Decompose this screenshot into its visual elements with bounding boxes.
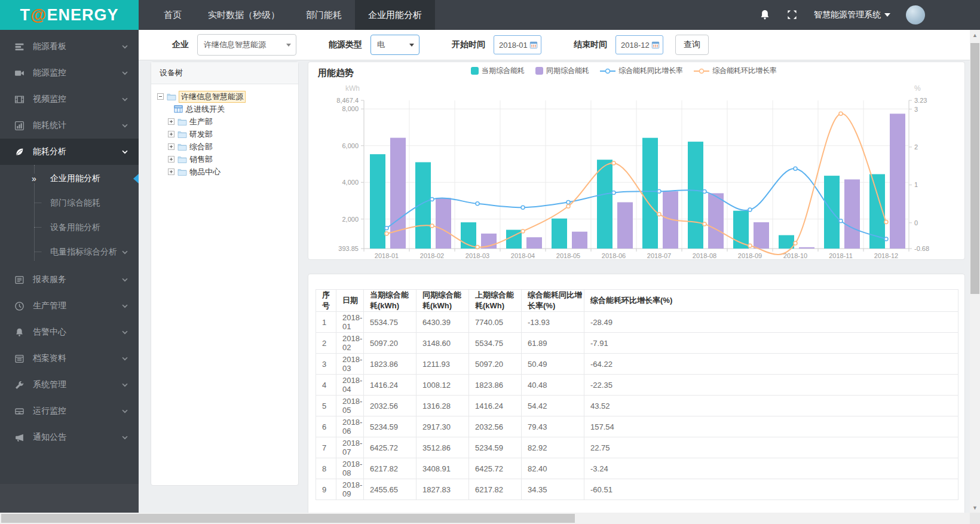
energy-type-select[interactable]: 电 [370, 35, 419, 55]
table-row[interactable]: 22018-025097.203148.605534.7561.89-7.91 [316, 333, 958, 354]
table-row[interactable]: 32018-031823.861211.935097.2050.49-64.22 [316, 354, 958, 375]
end-time-input[interactable]: 2018-12 [615, 35, 663, 54]
nav-tab[interactable]: 企业用能分析 [355, 0, 435, 30]
vertical-scrollbar[interactable]: ▲ ▼ [970, 30, 980, 513]
chevron-down-icon [121, 69, 129, 77]
filter-bar: 企业 许继信息智慧能源 能源类型 电 开始时间 2018-01 结束时间 201… [139, 30, 970, 60]
sidebar-subitem[interactable]: 部门综合能耗 [0, 191, 139, 215]
tree-node-folder[interactable]: 物品中心 [168, 166, 295, 178]
sidebar-item[interactable]: 能耗分析 [0, 139, 139, 165]
sidebar-item[interactable]: 能源监控 [0, 60, 139, 86]
table-cell: 1827.83 [416, 479, 469, 500]
vertical-scrollbar-thumb[interactable] [970, 43, 979, 294]
sidebar-subitem[interactable]: 电量指标综合分析 [0, 240, 139, 264]
sidebar-item[interactable]: 系统管理 [0, 372, 139, 398]
table-row[interactable]: 42018-041416.241008.121823.8640.48-22.35 [316, 375, 958, 396]
tree-device-label[interactable]: 总进线开关 [186, 104, 225, 115]
tree-root-label[interactable]: 许继信息智慧能源 [179, 91, 246, 103]
sidebar-item[interactable]: 能耗统计 [0, 112, 139, 139]
svg-text:1: 1 [914, 181, 918, 188]
calendar-icon[interactable] [529, 41, 538, 49]
device-tree: 许继信息智慧能源 总进线开关 生产部研发部综合部销售部物品中心 [151, 84, 298, 178]
table-row[interactable]: 82018-086217.823408.916425.7282.40-3.24 [316, 458, 958, 479]
sidebar-subitem[interactable]: »企业用能分析 [0, 166, 139, 191]
sidebar-item[interactable]: 档案资料 [0, 345, 139, 372]
scroll-up-icon[interactable]: ▲ [970, 30, 980, 40]
table-row[interactable]: 92018-092455.651827.836217.8234.35-60.51 [316, 479, 958, 500]
sidebar-item[interactable]: 视频监控 [0, 86, 139, 112]
legend-swatch [471, 67, 479, 75]
expand-box-icon[interactable] [168, 156, 174, 163]
table-row[interactable]: 72018-076425.723512.865234.5982.9222.75 [316, 437, 958, 458]
table-cell: 3 [316, 354, 336, 375]
folder-icon [177, 155, 187, 164]
svg-text:2018-11: 2018-11 [829, 252, 853, 259]
chart-legend: 当期综合能耗同期综合能耗综合能耗同比增长率综合能耗环比增长率 [471, 66, 777, 76]
tree-folder-label[interactable]: 物品中心 [189, 167, 220, 177]
select-caret-icon [286, 44, 291, 47]
chart-point [612, 161, 615, 165]
horizontal-scrollbar[interactable] [0, 513, 970, 524]
table-row[interactable]: 62018-065234.592917.302032.5679.43157.54 [316, 416, 958, 437]
sidebar-item[interactable]: 能源看板 [0, 33, 139, 60]
table-cell: 7 [316, 437, 336, 458]
tree-folder-label[interactable]: 研发部 [189, 129, 213, 140]
expand-box-icon[interactable] [168, 118, 174, 125]
nav-tab[interactable]: 首页 [151, 0, 195, 30]
svg-text:393.85: 393.85 [338, 245, 359, 252]
tree-node-folder[interactable]: 销售部 [168, 153, 295, 166]
sidebar-subitem[interactable]: 设备用能分析 [0, 215, 139, 240]
drive-icon [14, 406, 24, 416]
chart-point [612, 191, 615, 195]
calendar-icon[interactable] [651, 41, 660, 49]
sidebar-item[interactable]: 运行监控 [0, 398, 139, 424]
table-cell: -28.49 [584, 312, 958, 333]
tree-folder-label[interactable]: 综合部 [189, 142, 213, 152]
table-row[interactable]: 52018-052032.561316.281416.2454.4243.52 [316, 396, 958, 416]
table-cell: 1008.12 [416, 375, 469, 396]
table-cell: 4 [316, 375, 336, 396]
chevron-down-icon [121, 275, 129, 284]
tree-node-device[interactable]: 总进线开关 [174, 103, 295, 115]
legend-item[interactable]: 综合能耗同比增长率 [600, 66, 683, 76]
expand-box-icon[interactable] [168, 131, 174, 137]
query-button[interactable]: 查询 [675, 35, 709, 55]
table-cell: 2917.30 [416, 416, 469, 437]
chart-bar [779, 235, 794, 249]
sidebar-item[interactable]: 告警中心 [0, 319, 139, 345]
fullscreen-icon[interactable] [786, 9, 798, 21]
tree-node-folder[interactable]: 研发部 [168, 128, 295, 140]
table-row[interactable]: 12018-015534.756430.397740.05-13.93-28.4… [316, 312, 958, 333]
sidebar-item[interactable]: 生产管理 [0, 293, 139, 319]
table-cell: 1316.28 [416, 396, 469, 416]
tree-node-root[interactable]: 许继信息智慧能源 [157, 90, 295, 103]
expand-box-icon[interactable] [168, 168, 174, 175]
sidebar-item[interactable]: 报表服务 [0, 266, 139, 293]
notification-bell-icon[interactable] [759, 9, 771, 21]
nav-tab[interactable]: 实时数据（秒级） [195, 0, 293, 30]
tree-folder-label[interactable]: 销售部 [189, 154, 213, 165]
horizontal-scrollbar-thumb[interactable] [1, 514, 575, 523]
chart-point [839, 219, 843, 223]
start-time-input[interactable]: 2018-01 [494, 35, 541, 54]
legend-item[interactable]: 当期综合能耗 [471, 66, 525, 76]
chart-point [703, 190, 706, 194]
user-avatar[interactable] [906, 5, 925, 24]
chart-point [703, 222, 706, 226]
svg-text:3: 3 [914, 106, 918, 113]
enterprise-select[interactable]: 许继信息智慧能源 [197, 34, 296, 56]
chart-bar [552, 219, 567, 249]
collapse-box-icon[interactable] [157, 93, 164, 100]
expand-box-icon[interactable] [168, 143, 174, 150]
tree-node-folder[interactable]: 生产部 [168, 115, 295, 128]
nav-tab[interactable]: 部门能耗 [293, 0, 355, 30]
sidebar-item[interactable]: 通知公告 [0, 424, 139, 451]
legend-item[interactable]: 同期综合能耗 [535, 66, 589, 76]
tree-node-folder[interactable]: 综合部 [168, 140, 295, 153]
tree-folder-label[interactable]: 生产部 [189, 117, 213, 127]
svg-text:-0.68: -0.68 [914, 245, 929, 252]
legend-item[interactable]: 综合能耗环比增长率 [694, 66, 777, 76]
system-name-menu[interactable]: 智慧能源管理系统 [814, 10, 890, 20]
svg-text:2: 2 [914, 143, 918, 151]
scroll-down-icon[interactable]: ▼ [970, 502, 980, 513]
